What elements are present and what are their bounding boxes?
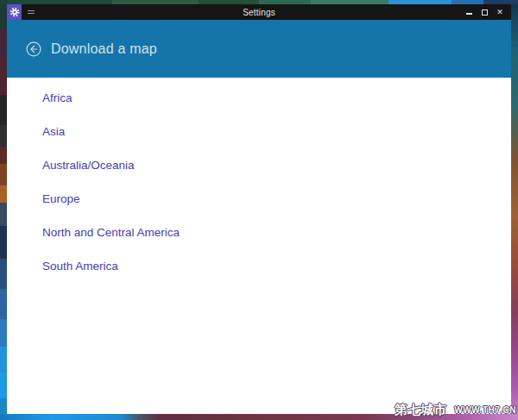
close-button[interactable]: ✕ (492, 4, 508, 20)
maximize-button[interactable] (477, 4, 492, 20)
minimize-icon (466, 13, 472, 15)
page-title: Download a map (51, 41, 157, 57)
minimize-button[interactable] (461, 4, 477, 20)
maximize-icon (482, 9, 488, 16)
list-item-europe[interactable]: Europe (7, 182, 511, 216)
window-title: Settings (7, 8, 511, 17)
page-header: Download a map (7, 20, 511, 78)
list-item-asia[interactable]: Asia (7, 115, 511, 148)
titlebar: Settings ✕ (7, 4, 511, 20)
close-icon: ✕ (496, 9, 503, 16)
settings-window: Settings ✕ Download a map Africa Asia Au… (7, 4, 511, 414)
desktop-wallpaper-right-strip (511, 0, 518, 420)
back-arrow-icon (26, 41, 41, 57)
back-button[interactable] (26, 41, 41, 57)
list-item-north-central-america[interactable]: North and Central America (7, 216, 511, 249)
watermark-site-url: WWW.TH7.CN (454, 405, 516, 415)
desktop-wallpaper-left-strip (0, 0, 7, 420)
window-controls: ✕ (461, 4, 511, 20)
list-item-australia-oceania[interactable]: Australia/Oceania (7, 148, 511, 182)
hamburger-menu-icon[interactable] (28, 10, 35, 14)
list-item-africa[interactable]: Africa (7, 81, 511, 115)
list-item-south-america[interactable]: South America (7, 249, 511, 283)
settings-app-gear-icon (7, 4, 22, 20)
watermark: 第七城市 WWW.TH7.CN (395, 402, 516, 418)
continent-list: Africa Asia Australia/Oceania Europe Nor… (7, 78, 511, 414)
watermark-site-name: 第七城市 (395, 402, 446, 418)
